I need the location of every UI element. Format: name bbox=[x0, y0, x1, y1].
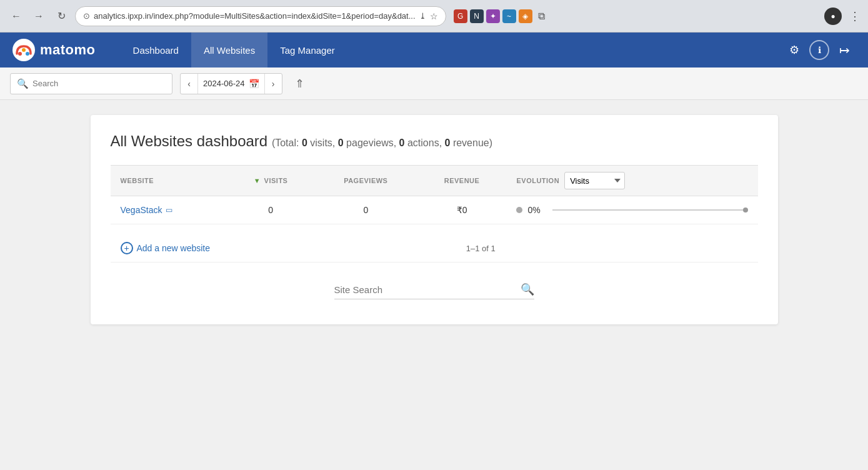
add-website-row[interactable]: + Add a new website 1–1 of 1 bbox=[111, 234, 758, 262]
date-next-btn[interactable]: › bbox=[264, 73, 282, 94]
site-search-input[interactable] bbox=[334, 284, 516, 295]
nav-logout-btn[interactable]: ↦ bbox=[833, 39, 856, 61]
matomo-logo-text: matomo bbox=[40, 42, 96, 58]
ext-icon-puzzle[interactable]: ⧉ bbox=[535, 9, 549, 23]
total-revenue-label: revenue) bbox=[453, 138, 492, 148]
cell-evolution: 0% bbox=[506, 196, 757, 224]
date-picker[interactable]: ‹ 2024-06-24 📅 › bbox=[180, 73, 282, 94]
dashboard-title: All Websites dashboard (Total: 0 visits,… bbox=[111, 132, 758, 150]
nav-link-all-websites[interactable]: All Websites bbox=[191, 32, 267, 68]
evolution-line-end bbox=[743, 208, 748, 212]
col-visits[interactable]: ▼ VISITS bbox=[227, 166, 314, 196]
collapse-btn[interactable]: ⇑ bbox=[290, 74, 310, 94]
site-search-submit-btn[interactable]: 🔍 bbox=[521, 282, 534, 296]
ext-icon-4[interactable]: ~ bbox=[502, 9, 516, 23]
search-box[interactable]: 🔍 bbox=[10, 73, 172, 94]
svg-point-3 bbox=[26, 52, 29, 56]
total-revenue: 0 bbox=[445, 138, 451, 148]
total-prefix: (Total: bbox=[272, 138, 299, 148]
total-pageviews-label: pageviews, bbox=[346, 138, 396, 148]
browser-back-btn[interactable]: ← bbox=[7, 8, 25, 25]
date-prev-btn[interactable]: ‹ bbox=[181, 73, 198, 94]
browser-star-icon[interactable]: ☆ bbox=[430, 11, 438, 21]
ext-icon-3[interactable]: ✦ bbox=[486, 9, 500, 23]
total-visits-label: visits, bbox=[310, 138, 335, 148]
col-pageviews[interactable]: PAGEVIEWS bbox=[314, 166, 417, 196]
total-actions: 0 bbox=[399, 138, 405, 148]
nav-link-tag-manager[interactable]: Tag Manager bbox=[267, 32, 347, 68]
toolbar: 🔍 ‹ 2024-06-24 📅 › ⇑ bbox=[0, 68, 868, 100]
nav-right: ⚙ ℹ ↦ bbox=[783, 39, 856, 61]
sites-table: WEBSITE ▼ VISITS PAGEVIEWS REVENUE EV bbox=[111, 165, 758, 224]
external-link-icon: ▭ bbox=[166, 206, 172, 214]
dashboard-title-text: All Websites dashboard bbox=[111, 132, 268, 149]
browser-chrome: ← → ↻ ⊙ analytics.ipxp.in/index.php?modu… bbox=[0, 0, 868, 32]
svg-point-2 bbox=[22, 48, 26, 52]
matomo-logo-icon bbox=[12, 39, 35, 61]
nav-link-dashboard[interactable]: Dashboard bbox=[121, 32, 191, 68]
nav-settings-btn[interactable]: ⚙ bbox=[783, 39, 806, 61]
dashboard-card: All Websites dashboard (Total: 0 visits,… bbox=[91, 115, 778, 324]
site-link[interactable]: VegaStack ▭ bbox=[121, 205, 217, 215]
browser-extensions: G N ✦ ~ ◈ ⧉ bbox=[454, 9, 549, 23]
cell-website: VegaStack ▭ bbox=[111, 196, 227, 224]
ext-icon-2[interactable]: N bbox=[470, 9, 484, 23]
browser-avatar[interactable]: ● bbox=[824, 8, 842, 25]
total-actions-label: actions, bbox=[407, 138, 442, 148]
site-name: VegaStack bbox=[121, 205, 162, 215]
matomo-nav: matomo Dashboard All Websites Tag Manage… bbox=[0, 32, 868, 68]
date-value-text: 2024-06-24 bbox=[203, 79, 245, 88]
add-icon: + bbox=[121, 242, 133, 254]
calendar-icon: 📅 bbox=[249, 79, 259, 89]
cell-revenue: ₹0 bbox=[417, 196, 507, 224]
main-content: All Websites dashboard (Total: 0 visits,… bbox=[0, 100, 868, 470]
evolution-select[interactable]: Visits Pageviews Revenue bbox=[564, 172, 625, 189]
col-revenue[interactable]: REVENUE bbox=[417, 166, 507, 196]
col-website: WEBSITE bbox=[111, 166, 227, 196]
ext-icon-5[interactable]: ◈ bbox=[519, 9, 532, 23]
browser-url-text: analytics.ipxp.in/index.php?module=Multi… bbox=[94, 11, 416, 21]
total-visits: 0 bbox=[302, 138, 307, 148]
col-evolution: EVOLUTION Visits Pageviews Revenue bbox=[506, 166, 757, 196]
date-picker-value: 2024-06-24 📅 bbox=[198, 79, 264, 89]
search-input[interactable] bbox=[32, 79, 166, 88]
cell-visits: 0 bbox=[227, 196, 314, 224]
browser-menu-btn[interactable]: ⋮ bbox=[849, 9, 861, 23]
table-row: VegaStack ▭ 0 0 ₹0 0% bbox=[111, 196, 758, 224]
cell-pageviews: 0 bbox=[314, 196, 417, 224]
add-website-label: Add a new website bbox=[137, 243, 211, 253]
matomo-logo[interactable]: matomo bbox=[12, 39, 96, 61]
evolution-label: EVOLUTION bbox=[516, 177, 559, 184]
browser-forward-btn[interactable]: → bbox=[30, 8, 47, 25]
browser-refresh-btn[interactable]: ↻ bbox=[52, 8, 70, 25]
nav-info-btn[interactable]: ℹ bbox=[809, 40, 829, 60]
table-header-row: WEBSITE ▼ VISITS PAGEVIEWS REVENUE EV bbox=[111, 166, 758, 196]
browser-url-bar[interactable]: ⊙ analytics.ipxp.in/index.php?module=Mul… bbox=[75, 6, 446, 26]
nav-links: Dashboard All Websites Tag Manager bbox=[121, 32, 783, 68]
ext-icon-1[interactable]: G bbox=[454, 9, 467, 23]
total-pageviews: 0 bbox=[338, 138, 344, 148]
site-search-box[interactable]: 🔍 bbox=[334, 280, 534, 299]
search-icon: 🔍 bbox=[17, 78, 29, 89]
evolution-dot-indicator bbox=[516, 207, 522, 213]
total-info: (Total: 0 visits, 0 pageviews, 0 actions… bbox=[272, 138, 492, 148]
svg-point-1 bbox=[18, 52, 22, 56]
evolution-pct: 0% bbox=[527, 205, 547, 215]
sort-arrow-icon: ▼ bbox=[254, 177, 261, 184]
evolution-sparkline bbox=[552, 209, 747, 211]
site-search-container: 🔍 bbox=[111, 262, 758, 307]
browser-download-icon[interactable]: ⤓ bbox=[419, 11, 426, 21]
pagination-text: 1–1 of 1 bbox=[466, 244, 496, 253]
